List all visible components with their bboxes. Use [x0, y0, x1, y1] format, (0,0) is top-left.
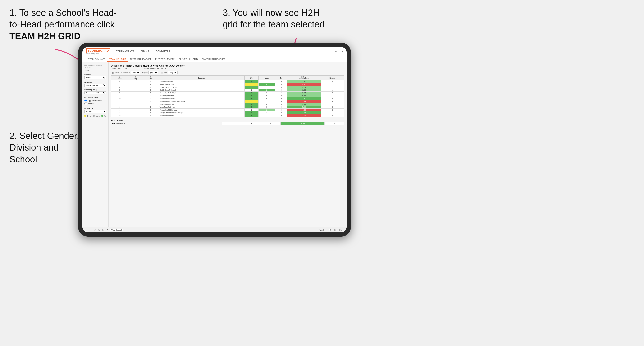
school-label: School (Rank) — [84, 89, 106, 91]
navbar: SCOREBOARD Powered by clippi TOURNAMENTS… — [82, 47, 346, 56]
cell-opponent: Arizona State University — [158, 86, 244, 89]
school-select[interactable]: 1. University of Nort... — [84, 91, 106, 94]
col-reg: #Reg — [128, 76, 142, 80]
timestamp: Last Updated: 27/03/2024 16:55:38 — [84, 65, 106, 68]
cell-tie: 0 — [275, 106, 287, 109]
cell-reg — [128, 109, 142, 112]
radio-opponents-played[interactable]: Opponents Played — [84, 99, 106, 102]
cell-rounds: 9 — [321, 80, 344, 83]
table-row: 9 3 University of Arizona 1 0 0 9.00 2 — [111, 94, 344, 97]
cell-rounds: 3 — [321, 92, 344, 94]
watch-btn[interactable]: Watch ▾ — [319, 229, 326, 231]
out-cell-diff: 26.00 — [281, 122, 324, 125]
records-row: Overall Record: 89 - 17 - 0 Division Rec… — [111, 67, 344, 70]
sign-out[interactable]: | Sign out — [334, 50, 343, 53]
tab-team-h2h-grid[interactable]: TEAM H2H GRID — [107, 57, 128, 62]
grid-btn[interactable]: ⊞ — [334, 229, 336, 231]
out-cell-division: NCAA Division II — [111, 122, 222, 125]
conference-filter-select[interactable]: (All) — [130, 71, 140, 74]
cell-rounds: 2 — [321, 94, 344, 97]
nav-tournaments[interactable]: TOURNAMENTS — [115, 50, 135, 53]
paste-btn[interactable]: ⎘ — [102, 229, 104, 231]
cell-reg — [128, 94, 142, 97]
cell-conf: 6 — [142, 100, 158, 103]
cell-tie: 0 — [275, 83, 287, 86]
team-label: Team — [84, 70, 106, 72]
cell-rank: 6 — [111, 89, 128, 92]
cell-reg — [128, 100, 142, 103]
clock-btn[interactable]: ⏱ — [106, 229, 108, 231]
cell-opponent: University of Virginia — [158, 103, 244, 106]
cell-tie: 0 — [275, 103, 287, 106]
colour-by-select[interactable]: Win/loss — [84, 110, 106, 113]
cell-opponent: University of Florida — [158, 114, 244, 117]
back-btn[interactable]: ↺ — [94, 229, 96, 231]
redo-btn[interactable]: ↪ — [89, 229, 92, 231]
cell-reg — [128, 114, 142, 117]
cell-rounds: 17 — [321, 86, 344, 89]
cell-reg — [128, 86, 142, 89]
gender-label: Gender — [84, 74, 106, 76]
undo-btn[interactable]: ↩ — [85, 229, 88, 231]
nav-teams[interactable]: TEAMS — [140, 50, 150, 53]
cell-rank: 8 — [111, 92, 128, 94]
tab-player-h2h-grid[interactable]: PLAYER H2H GRID — [177, 57, 200, 62]
division-select[interactable]: NCAA Division I — [84, 84, 106, 87]
tab-team-summary[interactable]: TEAM SUMMARY — [86, 57, 107, 62]
col-opponent: Opponent — [158, 76, 244, 80]
out-table-row: NCAA Division II 1 0 0 26.00 3 — [111, 122, 344, 125]
cell-tie: 0 — [275, 100, 287, 103]
ann2-text-line2: Division and — [10, 143, 58, 153]
table-row: 8 2 University of Washington 1 0 0 3.67 … — [111, 92, 344, 94]
subnav: TEAM SUMMARY TEAM H2H GRID TEAM H2H HEAT… — [82, 56, 346, 62]
cell-win: 1 — [244, 94, 258, 97]
cell-opponent: Georgia Institute of Technology — [158, 112, 244, 114]
cell-diff: 1.83 — [287, 89, 321, 92]
filter-region: Region (All) — [142, 71, 158, 74]
tab-player-h2h-heatmap[interactable]: PLAYER H2H HEATMAP — [200, 57, 228, 62]
cell-conf: 3 — [142, 103, 158, 106]
copy-btn[interactable]: ⧉ — [98, 229, 100, 231]
view-original-btn[interactable]: View: Original — [110, 229, 123, 231]
share-btn[interactable]: Share — [338, 229, 344, 231]
cell-win: 1 — [244, 109, 258, 112]
cell-rank: 12 — [111, 103, 128, 106]
cell-win: 1 — [244, 103, 258, 106]
cell-rank: 14 — [111, 109, 128, 112]
col-loss: Loss — [258, 76, 275, 80]
cell-reg — [128, 103, 142, 106]
radio-top100[interactable]: Top 100 — [84, 102, 106, 105]
toolbar-right: Watch ▾ 💬 ⊞ Share — [319, 229, 344, 231]
cell-opponent: Vanderbilt University — [158, 83, 244, 86]
annotation-3: 3. You will now see H2H grid for the tea… — [223, 7, 389, 30]
cell-diff: 1.67 — [287, 80, 321, 83]
tab-player-summary[interactable]: PLAYER SUMMARY — [153, 57, 177, 62]
cell-win: 5 — [244, 86, 258, 89]
cell-reg — [128, 89, 142, 92]
opponent-filter-select[interactable]: (All) — [168, 71, 178, 74]
cell-rounds: 9 — [321, 112, 344, 114]
cell-win: 1 — [244, 92, 258, 94]
h2h-table: #Rank #Reg #Conf Opponent Win Loss Tie D… — [111, 75, 344, 117]
cell-tie: 0 — [275, 80, 287, 83]
table-row: 4 1 Arizona State University 5 1 0 2.29 … — [111, 86, 344, 89]
nav-committee[interactable]: COMMITTEE — [155, 50, 171, 53]
cell-conf: 5 — [142, 97, 158, 100]
cell-conf: 3 — [142, 114, 158, 117]
cell-rank: 3 — [111, 83, 128, 86]
cell-rank: 10 — [111, 97, 128, 100]
gender-select[interactable]: Men's — [84, 76, 106, 79]
cell-diff: 4.50 — [287, 112, 321, 114]
table-row: 11 6 University of Arkansas, Fayettevill… — [111, 100, 344, 103]
cell-tie: 0 — [275, 112, 287, 114]
region-filter-select[interactable]: (All) — [148, 71, 158, 74]
cell-loss: 1 — [258, 80, 275, 83]
tab-team-h2h-heatmap[interactable]: TEAM H2H HEATMAP — [128, 57, 153, 62]
table-row: 6 2 Florida State University 1 2 0 1.83 … — [111, 89, 344, 92]
table-header-row: #Rank #Reg #Conf Opponent Win Loss Tie D… — [111, 76, 344, 80]
cell-diff: 2.29 — [287, 86, 321, 89]
comments-btn[interactable]: 💬 — [328, 229, 332, 231]
cell-rank: 11 — [111, 100, 128, 103]
out-cell-loss: 0 — [242, 122, 261, 125]
cell-win: 2 — [244, 80, 258, 83]
